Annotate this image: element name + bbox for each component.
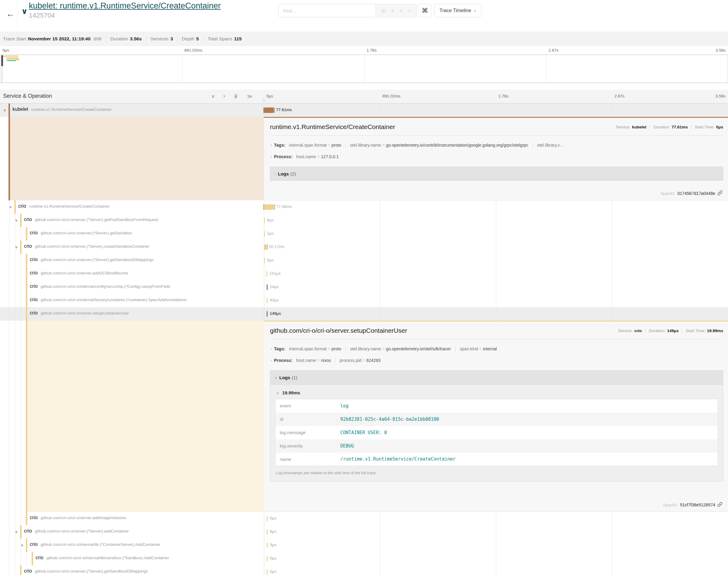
span-duration-label: 151μs xyxy=(269,271,280,276)
find-input[interactable] xyxy=(279,4,375,17)
row-expand-chevron-icon[interactable]: ∨ xyxy=(15,530,18,534)
span-row-name: ∨kubeletruntime.v1.RuntimeService/Create… xyxy=(0,104,264,117)
tree-guide-line xyxy=(21,227,21,240)
row-expand-chevron-icon[interactable]: ∨ xyxy=(15,245,18,249)
span-row[interactable]: criogithub.com/cri-o/cri-o/internal/conf… xyxy=(0,280,728,294)
span-row-timeline: 8μs xyxy=(264,214,728,227)
tree-guide-line xyxy=(21,267,21,280)
span-row[interactable]: criogithub.com/cri-o/cri-o/server.(*Serv… xyxy=(0,227,728,240)
trace-start-ms: .809 xyxy=(92,36,101,42)
span-duration-bar[interactable] xyxy=(267,298,268,303)
span-detail-row: github.com/cri-o/cri-o/server.setupConta… xyxy=(0,320,728,512)
log-fields-table: eventlogid92b82381-025c-4a64-815c-ba2e1b… xyxy=(275,399,718,466)
span-row-timeline: 24μs xyxy=(264,280,728,294)
process-accordion[interactable]: ›Process:host.name=nixosprocess.pid=6242… xyxy=(270,354,723,366)
span-duration-bar[interactable] xyxy=(267,543,268,548)
trace-collapse-chevron-icon[interactable]: ∨ xyxy=(21,7,28,16)
process-label: Process: xyxy=(274,358,293,363)
tree-guide-line xyxy=(21,294,21,307)
span-row-name: criogithub.com/cri-o/cri-o/server.(*Serv… xyxy=(0,254,264,267)
span-row[interactable]: criogithub.com/cri-o/cri-o/server.(*Serv… xyxy=(0,565,728,575)
span-row[interactable]: ∨kubeletruntime.v1.RuntimeService/Create… xyxy=(0,104,728,117)
find-controls: ◎ ∧ ∨ × xyxy=(375,4,417,17)
span-row[interactable]: ∨criogithub.com/cri-o/cri-o/server.(*Ser… xyxy=(0,525,728,539)
span-duration-bar[interactable] xyxy=(267,529,268,535)
span-duration-bar[interactable] xyxy=(266,271,267,277)
timeline-tick-label: 891.02ms xyxy=(184,48,202,53)
span-duration-bar[interactable] xyxy=(264,231,265,236)
span-row[interactable]: ∨crioruntime.v1.RuntimeService/CreateCon… xyxy=(0,200,728,214)
collapse-one-icon[interactable]: ∨ xyxy=(211,93,215,100)
tag-equals: = xyxy=(328,143,330,147)
clear-search-icon[interactable]: × xyxy=(408,8,411,13)
copy-link-icon[interactable] xyxy=(717,502,723,508)
span-row-name: criogithub.com/cri-o/cri-o/server.setupC… xyxy=(0,307,264,320)
span-row[interactable]: criogithub.com/cri-o/cri-o/server.setupC… xyxy=(0,307,728,320)
service-name: criogithub.com/cri-o/cri-o/internal/lib.… xyxy=(30,542,160,547)
span-row[interactable]: criogithub.com/cri-o/cri-o/internal/lib/… xyxy=(0,552,728,565)
row-expand-chevron-icon[interactable]: ∨ xyxy=(3,108,6,112)
timeline-tick-label: 0μs xyxy=(2,48,9,53)
span-duration-bar[interactable] xyxy=(264,204,274,210)
log-field-row: log.messageCONTAINER USER: 0 xyxy=(275,426,718,439)
row-expand-chevron-icon[interactable]: ∨ xyxy=(9,205,12,209)
chevron-down-icon: ∨ xyxy=(474,9,476,13)
span-duration-bar[interactable] xyxy=(267,556,268,561)
meta-separator xyxy=(650,125,650,129)
child-span-tick xyxy=(263,204,264,210)
minimap-grid-line xyxy=(364,55,365,82)
minimap-scrubber-handle[interactable] xyxy=(1,55,3,66)
span-duration-label: 0μs xyxy=(270,556,276,561)
expand-all-icon[interactable]: ≫ xyxy=(247,93,253,100)
view-selector-button[interactable]: Trace Timeline ∨ xyxy=(434,4,482,17)
copy-link-icon[interactable] xyxy=(717,190,723,196)
span-row[interactable]: ∨criogithub.com/cri-o/cri-o/server.(*Ser… xyxy=(0,240,728,254)
log-field-row: name/runtime.v1.RuntimeService/CreateCon… xyxy=(275,453,718,466)
operation-name: github.com/cri-o/cri-o/server.(*Server).… xyxy=(41,258,154,262)
span-duration-bar[interactable] xyxy=(267,311,268,317)
span-row[interactable]: criogithub.com/cri-o/cri-o/server.addOCI… xyxy=(0,267,728,280)
prev-result-icon[interactable]: ∧ xyxy=(391,8,394,13)
span-row[interactable]: criogithub.com/cri-o/cri-o/server.(*Serv… xyxy=(0,254,728,267)
span-duration-bar[interactable] xyxy=(267,516,268,521)
service-name: criogithub.com/cri-o/cri-o/server.(*Serv… xyxy=(24,243,150,249)
span-row-timeline: 20.17ms xyxy=(264,240,728,254)
span-duration-bar[interactable] xyxy=(267,569,268,575)
row-expand-chevron-icon[interactable]: ∨ xyxy=(21,543,24,547)
span-row-timeline: 43μs xyxy=(264,294,728,307)
total-spans-value: 115 xyxy=(234,36,242,42)
tags-accordion[interactable]: ›Tags:internal.span.format=protootel.lib… xyxy=(270,343,723,354)
span-row[interactable]: criogithub.com/cri-o/cri-o/server.addIma… xyxy=(0,512,728,525)
span-duration-bar[interactable] xyxy=(264,244,267,250)
row-expand-chevron-icon[interactable]: ∨ xyxy=(15,218,18,223)
next-result-icon[interactable]: ∨ xyxy=(400,8,403,13)
trace-title-link[interactable]: kubelet: runtime.v1.RuntimeService/Creat… xyxy=(29,1,221,11)
span-duration-bar[interactable] xyxy=(264,107,274,113)
span-row[interactable]: ∨criogithub.com/cri-o/cri-o/internal/lib… xyxy=(0,539,728,552)
tag-key: process.pid xyxy=(340,358,362,363)
log-entry-header[interactable]: ∨ 19.99ms xyxy=(276,390,718,395)
logs-accordion-collapsed[interactable]: ›Logs(2) xyxy=(270,167,723,181)
span-row[interactable]: criogithub.com/cri-o/cri-o/internal/fact… xyxy=(0,294,728,307)
logs-accordion-header[interactable]: ∨Logs(1) xyxy=(270,371,723,385)
back-button[interactable]: ← xyxy=(4,8,16,20)
tag-key: internal.span.format xyxy=(289,143,327,147)
tree-guide-line xyxy=(21,254,21,267)
locate-icon[interactable]: ◎ xyxy=(381,8,386,14)
span-row[interactable]: ∨criogithub.com/cri-o/cri-o/server.(*Ser… xyxy=(0,214,728,227)
keyboard-shortcuts-button[interactable]: ⌘ xyxy=(419,4,431,17)
expand-one-icon[interactable]: › xyxy=(223,93,225,100)
tag-equals: = xyxy=(383,143,385,147)
span-duration-bar[interactable] xyxy=(264,258,265,263)
minimap-canvas[interactable] xyxy=(0,55,728,83)
operation-name: github.com/cri-o/cri-o/server.(*Server).… xyxy=(35,217,158,222)
minimap-span-bar xyxy=(7,60,16,61)
span-row-timeline: 0μs xyxy=(264,552,728,565)
span-duration-bar[interactable] xyxy=(264,218,265,223)
span-duration-bar[interactable] xyxy=(267,284,268,290)
depth-label: Depth xyxy=(182,36,194,42)
tags-accordion[interactable]: ›Tags:internal.span.format=protootel.lib… xyxy=(270,139,723,151)
collapse-all-icon[interactable]: ≫ xyxy=(233,94,239,99)
column-resizer-grip[interactable] xyxy=(263,99,265,102)
process-accordion[interactable]: ›Process:host.name=127.0.0.1 xyxy=(270,151,723,162)
